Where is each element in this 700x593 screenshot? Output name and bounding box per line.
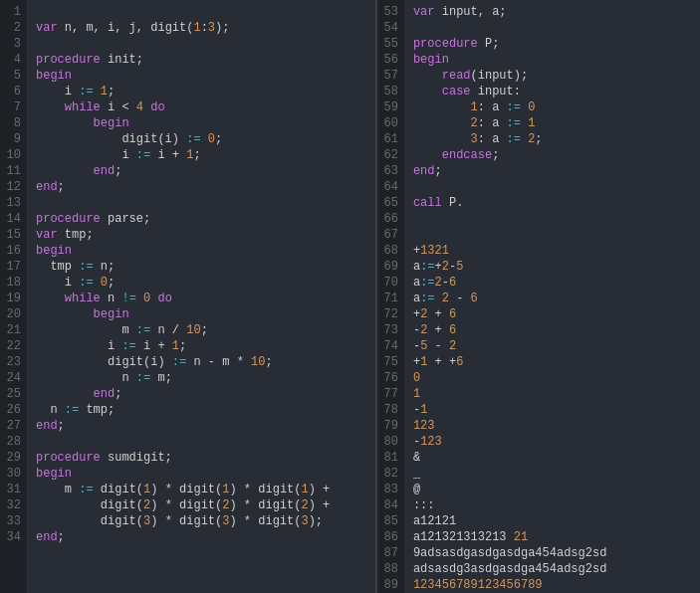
code-line: n := tmp; (36, 402, 367, 418)
main-panel: 1234567891011121314151617181920212223242… (0, 0, 700, 593)
code-line: a12121 (413, 513, 692, 529)
code-line: begin (36, 68, 367, 84)
code-line: i := i + 1; (36, 338, 367, 354)
line-number: 6 (4, 84, 21, 99)
code-line: -123 (413, 434, 692, 450)
code-line: ::: (413, 497, 692, 513)
line-number: 83 (381, 482, 398, 497)
code-line: end; (36, 179, 367, 195)
code-line: m := n / 10; (36, 322, 367, 338)
line-number: 29 (4, 450, 21, 466)
code-line: +1 + +6 (413, 354, 692, 370)
code-line: var tmp; (36, 227, 367, 243)
line-number: 77 (381, 386, 398, 402)
line-number: 57 (381, 68, 398, 84)
code-line: end; (413, 163, 692, 179)
code-line (36, 195, 367, 211)
code-line: 3: a := 2; (413, 131, 692, 147)
code-line: end; (36, 386, 367, 402)
code-line: digit(i) := 0; (36, 131, 367, 147)
line-number: 72 (381, 306, 398, 322)
right-code-pane: 5354555657585960616263646566676869707172… (377, 0, 700, 593)
line-number: 14 (4, 211, 21, 227)
code-line: adsasdg3asdgasdga454adsg2sd (413, 561, 692, 577)
code-line (413, 20, 692, 36)
code-line: +1321 (413, 243, 692, 259)
code-line: 123456789123456789 (413, 577, 692, 593)
line-number: 53 (381, 4, 398, 20)
code-line: 123 (413, 418, 692, 434)
code-line: call P. (413, 195, 692, 211)
line-number: 19 (4, 291, 21, 306)
line-number: 65 (381, 195, 398, 211)
line-number: 13 (4, 195, 21, 211)
code-line: var input, a; (413, 4, 692, 20)
line-number: 30 (4, 466, 21, 482)
line-number: 28 (4, 434, 21, 450)
line-number: 60 (381, 115, 398, 131)
line-number: 20 (4, 306, 21, 322)
line-number: 16 (4, 243, 21, 259)
line-number: 25 (4, 386, 21, 402)
line-number: 82 (381, 466, 398, 482)
line-number: 76 (381, 370, 398, 386)
code-line: digit(i) := n - m * 10; (36, 354, 367, 370)
code-line (413, 179, 692, 195)
line-number: 86 (381, 529, 398, 545)
code-line: i := 1; (36, 84, 367, 99)
code-line: a:= 2 - 6 (413, 291, 692, 306)
line-number: 88 (381, 561, 398, 577)
line-number: 68 (381, 243, 398, 259)
right-code-content: var input, a;procedure P;begin read(inpu… (405, 0, 700, 593)
code-line (36, 4, 367, 20)
line-number: 80 (381, 434, 398, 450)
code-line: read(input); (413, 68, 692, 84)
code-line (413, 211, 692, 227)
line-number: 58 (381, 84, 398, 99)
code-line: end; (36, 418, 367, 434)
code-line (36, 434, 367, 450)
code-line: 2: a := 1 (413, 115, 692, 131)
line-number: 17 (4, 259, 21, 275)
code-line: while i < 4 do (36, 99, 367, 115)
line-number: 5 (4, 68, 21, 84)
code-line: 1 (413, 386, 692, 402)
line-number: 2 (4, 20, 21, 36)
right-line-numbers: 5354555657585960616263646566676869707172… (377, 0, 405, 593)
code-line: begin (413, 52, 692, 68)
line-number: 31 (4, 482, 21, 497)
code-line: digit(2) * digit(2) * digit(2) + (36, 497, 367, 513)
line-number: 63 (381, 163, 398, 179)
code-line: end; (36, 529, 367, 545)
line-number: 21 (4, 322, 21, 338)
code-line: begin (36, 115, 367, 131)
line-number: 26 (4, 402, 21, 418)
line-number: 79 (381, 418, 398, 434)
line-number: 34 (4, 529, 21, 545)
line-number: 81 (381, 450, 398, 466)
code-line: & (413, 450, 692, 466)
line-number: 75 (381, 354, 398, 370)
line-number: 8 (4, 115, 21, 131)
left-code-pane: 1234567891011121314151617181920212223242… (0, 0, 375, 593)
line-number: 87 (381, 545, 398, 561)
code-line (413, 227, 692, 243)
line-number: 61 (381, 131, 398, 147)
line-number: 89 (381, 577, 398, 593)
left-code-content: var n, m, i, j, digit(1:3);procedure ini… (28, 0, 375, 593)
line-number: 54 (381, 20, 398, 36)
code-line: begin (36, 243, 367, 259)
line-number: 10 (4, 147, 21, 163)
line-number: 15 (4, 227, 21, 243)
line-number: 56 (381, 52, 398, 68)
left-line-numbers: 1234567891011121314151617181920212223242… (0, 0, 28, 593)
line-number: 84 (381, 497, 398, 513)
line-number: 85 (381, 513, 398, 529)
line-number: 62 (381, 147, 398, 163)
code-line: @ (413, 482, 692, 497)
line-number: 59 (381, 99, 398, 115)
code-line: 0 (413, 370, 692, 386)
code-line: a:=2-6 (413, 275, 692, 291)
line-number: 7 (4, 99, 21, 115)
line-number: 67 (381, 227, 398, 243)
